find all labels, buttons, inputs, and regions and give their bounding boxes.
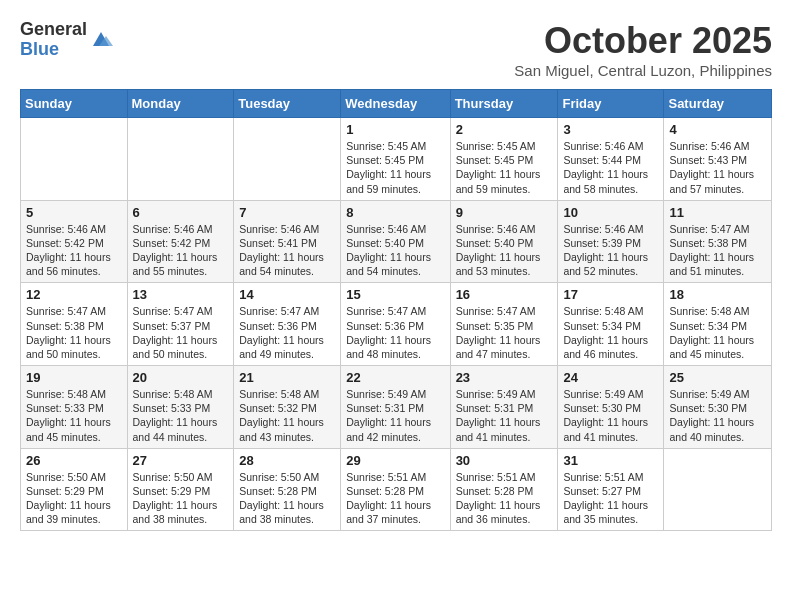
calendar-day-cell: 30Sunrise: 5:51 AM Sunset: 5:28 PM Dayli… xyxy=(450,448,558,531)
day-number: 18 xyxy=(669,287,766,302)
month-title: October 2025 xyxy=(514,20,772,62)
day-info: Sunrise: 5:46 AM Sunset: 5:42 PM Dayligh… xyxy=(26,222,122,279)
calendar-day-cell: 12Sunrise: 5:47 AM Sunset: 5:38 PM Dayli… xyxy=(21,283,128,366)
day-info: Sunrise: 5:46 AM Sunset: 5:39 PM Dayligh… xyxy=(563,222,658,279)
calendar-day-cell: 22Sunrise: 5:49 AM Sunset: 5:31 PM Dayli… xyxy=(341,366,450,449)
day-number: 1 xyxy=(346,122,444,137)
calendar-day-cell: 10Sunrise: 5:46 AM Sunset: 5:39 PM Dayli… xyxy=(558,200,664,283)
calendar-day-cell: 25Sunrise: 5:49 AM Sunset: 5:30 PM Dayli… xyxy=(664,366,772,449)
calendar-day-cell: 1Sunrise: 5:45 AM Sunset: 5:45 PM Daylig… xyxy=(341,118,450,201)
weekday-header-monday: Monday xyxy=(127,90,234,118)
day-number: 30 xyxy=(456,453,553,468)
calendar-empty-cell xyxy=(127,118,234,201)
day-number: 25 xyxy=(669,370,766,385)
calendar-empty-cell xyxy=(234,118,341,201)
calendar-day-cell: 3Sunrise: 5:46 AM Sunset: 5:44 PM Daylig… xyxy=(558,118,664,201)
calendar-week-row: 26Sunrise: 5:50 AM Sunset: 5:29 PM Dayli… xyxy=(21,448,772,531)
calendar-day-cell: 5Sunrise: 5:46 AM Sunset: 5:42 PM Daylig… xyxy=(21,200,128,283)
day-info: Sunrise: 5:48 AM Sunset: 5:34 PM Dayligh… xyxy=(669,304,766,361)
location-title: San Miguel, Central Luzon, Philippines xyxy=(514,62,772,79)
day-info: Sunrise: 5:47 AM Sunset: 5:38 PM Dayligh… xyxy=(26,304,122,361)
logo: General Blue xyxy=(20,20,113,60)
calendar-day-cell: 16Sunrise: 5:47 AM Sunset: 5:35 PM Dayli… xyxy=(450,283,558,366)
day-info: Sunrise: 5:48 AM Sunset: 5:33 PM Dayligh… xyxy=(133,387,229,444)
calendar-day-cell: 6Sunrise: 5:46 AM Sunset: 5:42 PM Daylig… xyxy=(127,200,234,283)
day-info: Sunrise: 5:46 AM Sunset: 5:40 PM Dayligh… xyxy=(456,222,553,279)
calendar-week-row: 1Sunrise: 5:45 AM Sunset: 5:45 PM Daylig… xyxy=(21,118,772,201)
calendar-day-cell: 24Sunrise: 5:49 AM Sunset: 5:30 PM Dayli… xyxy=(558,366,664,449)
calendar-day-cell: 11Sunrise: 5:47 AM Sunset: 5:38 PM Dayli… xyxy=(664,200,772,283)
day-info: Sunrise: 5:46 AM Sunset: 5:42 PM Dayligh… xyxy=(133,222,229,279)
day-number: 29 xyxy=(346,453,444,468)
calendar-day-cell: 13Sunrise: 5:47 AM Sunset: 5:37 PM Dayli… xyxy=(127,283,234,366)
calendar-day-cell: 4Sunrise: 5:46 AM Sunset: 5:43 PM Daylig… xyxy=(664,118,772,201)
day-number: 3 xyxy=(563,122,658,137)
day-info: Sunrise: 5:47 AM Sunset: 5:38 PM Dayligh… xyxy=(669,222,766,279)
day-info: Sunrise: 5:49 AM Sunset: 5:30 PM Dayligh… xyxy=(563,387,658,444)
day-info: Sunrise: 5:46 AM Sunset: 5:44 PM Dayligh… xyxy=(563,139,658,196)
day-number: 24 xyxy=(563,370,658,385)
day-number: 5 xyxy=(26,205,122,220)
day-number: 21 xyxy=(239,370,335,385)
weekday-header-sunday: Sunday xyxy=(21,90,128,118)
calendar-header-row: SundayMondayTuesdayWednesdayThursdayFrid… xyxy=(21,90,772,118)
weekday-header-tuesday: Tuesday xyxy=(234,90,341,118)
day-number: 11 xyxy=(669,205,766,220)
day-info: Sunrise: 5:48 AM Sunset: 5:33 PM Dayligh… xyxy=(26,387,122,444)
calendar-day-cell: 19Sunrise: 5:48 AM Sunset: 5:33 PM Dayli… xyxy=(21,366,128,449)
day-info: Sunrise: 5:48 AM Sunset: 5:32 PM Dayligh… xyxy=(239,387,335,444)
calendar-week-row: 12Sunrise: 5:47 AM Sunset: 5:38 PM Dayli… xyxy=(21,283,772,366)
day-number: 23 xyxy=(456,370,553,385)
day-info: Sunrise: 5:48 AM Sunset: 5:34 PM Dayligh… xyxy=(563,304,658,361)
day-number: 9 xyxy=(456,205,553,220)
weekday-header-wednesday: Wednesday xyxy=(341,90,450,118)
calendar-day-cell: 8Sunrise: 5:46 AM Sunset: 5:40 PM Daylig… xyxy=(341,200,450,283)
calendar-day-cell: 7Sunrise: 5:46 AM Sunset: 5:41 PM Daylig… xyxy=(234,200,341,283)
day-number: 22 xyxy=(346,370,444,385)
day-info: Sunrise: 5:49 AM Sunset: 5:31 PM Dayligh… xyxy=(456,387,553,444)
title-block: October 2025 San Miguel, Central Luzon, … xyxy=(514,20,772,79)
day-number: 16 xyxy=(456,287,553,302)
day-number: 31 xyxy=(563,453,658,468)
weekday-header-saturday: Saturday xyxy=(664,90,772,118)
day-info: Sunrise: 5:50 AM Sunset: 5:28 PM Dayligh… xyxy=(239,470,335,527)
day-number: 14 xyxy=(239,287,335,302)
calendar-day-cell: 29Sunrise: 5:51 AM Sunset: 5:28 PM Dayli… xyxy=(341,448,450,531)
calendar-day-cell: 18Sunrise: 5:48 AM Sunset: 5:34 PM Dayli… xyxy=(664,283,772,366)
day-number: 2 xyxy=(456,122,553,137)
weekday-header-friday: Friday xyxy=(558,90,664,118)
day-info: Sunrise: 5:47 AM Sunset: 5:36 PM Dayligh… xyxy=(346,304,444,361)
day-number: 26 xyxy=(26,453,122,468)
calendar-day-cell: 15Sunrise: 5:47 AM Sunset: 5:36 PM Dayli… xyxy=(341,283,450,366)
weekday-header-thursday: Thursday xyxy=(450,90,558,118)
calendar-day-cell: 14Sunrise: 5:47 AM Sunset: 5:36 PM Dayli… xyxy=(234,283,341,366)
day-number: 7 xyxy=(239,205,335,220)
calendar-week-row: 19Sunrise: 5:48 AM Sunset: 5:33 PM Dayli… xyxy=(21,366,772,449)
calendar-day-cell: 2Sunrise: 5:45 AM Sunset: 5:45 PM Daylig… xyxy=(450,118,558,201)
calendar-day-cell: 26Sunrise: 5:50 AM Sunset: 5:29 PM Dayli… xyxy=(21,448,128,531)
calendar-day-cell: 9Sunrise: 5:46 AM Sunset: 5:40 PM Daylig… xyxy=(450,200,558,283)
day-info: Sunrise: 5:49 AM Sunset: 5:31 PM Dayligh… xyxy=(346,387,444,444)
calendar-day-cell: 23Sunrise: 5:49 AM Sunset: 5:31 PM Dayli… xyxy=(450,366,558,449)
day-info: Sunrise: 5:51 AM Sunset: 5:28 PM Dayligh… xyxy=(456,470,553,527)
calendar-day-cell: 31Sunrise: 5:51 AM Sunset: 5:27 PM Dayli… xyxy=(558,448,664,531)
day-info: Sunrise: 5:49 AM Sunset: 5:30 PM Dayligh… xyxy=(669,387,766,444)
calendar-day-cell: 21Sunrise: 5:48 AM Sunset: 5:32 PM Dayli… xyxy=(234,366,341,449)
day-info: Sunrise: 5:47 AM Sunset: 5:36 PM Dayligh… xyxy=(239,304,335,361)
calendar-table: SundayMondayTuesdayWednesdayThursdayFrid… xyxy=(20,89,772,531)
logo-blue: Blue xyxy=(20,40,87,60)
day-number: 12 xyxy=(26,287,122,302)
day-number: 28 xyxy=(239,453,335,468)
day-number: 4 xyxy=(669,122,766,137)
day-info: Sunrise: 5:50 AM Sunset: 5:29 PM Dayligh… xyxy=(133,470,229,527)
day-info: Sunrise: 5:46 AM Sunset: 5:40 PM Dayligh… xyxy=(346,222,444,279)
calendar-empty-cell xyxy=(21,118,128,201)
day-info: Sunrise: 5:47 AM Sunset: 5:37 PM Dayligh… xyxy=(133,304,229,361)
calendar-day-cell: 28Sunrise: 5:50 AM Sunset: 5:28 PM Dayli… xyxy=(234,448,341,531)
day-info: Sunrise: 5:51 AM Sunset: 5:28 PM Dayligh… xyxy=(346,470,444,527)
logo-general: General xyxy=(20,20,87,40)
day-number: 27 xyxy=(133,453,229,468)
day-number: 17 xyxy=(563,287,658,302)
day-info: Sunrise: 5:46 AM Sunset: 5:43 PM Dayligh… xyxy=(669,139,766,196)
day-info: Sunrise: 5:45 AM Sunset: 5:45 PM Dayligh… xyxy=(456,139,553,196)
